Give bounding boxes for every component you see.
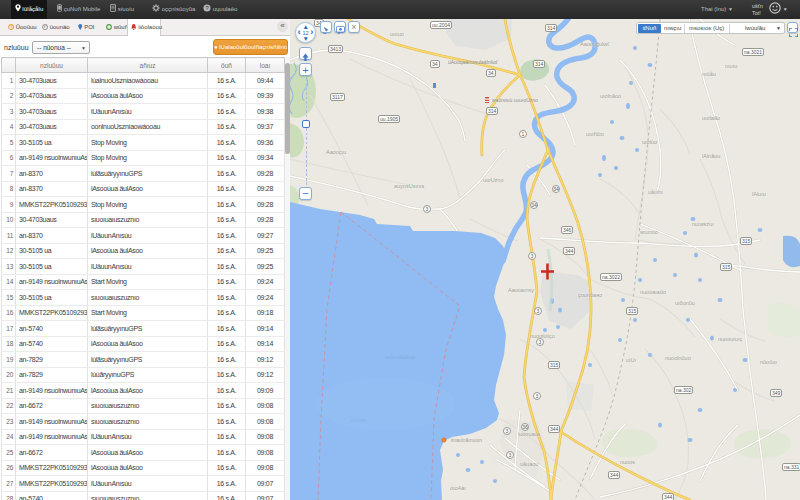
svg-text:?: ? (205, 5, 208, 11)
